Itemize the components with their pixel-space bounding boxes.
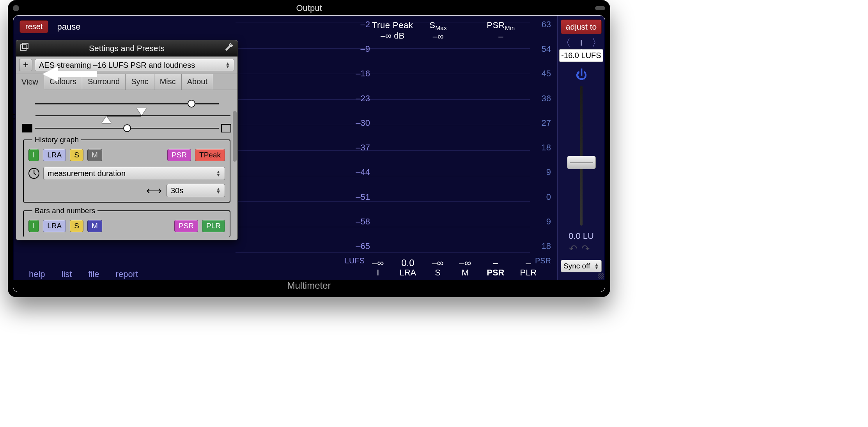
copy-icon[interactable] bbox=[20, 43, 29, 54]
bars-numbers-group: Bars and numbers I LRA S M PSR PLR bbox=[23, 206, 230, 237]
settings-scrollbar[interactable] bbox=[233, 109, 237, 235]
chip2-I[interactable]: I bbox=[28, 220, 39, 232]
psr-scale: 63 54 45 36 27 18 9 0 9 18 bbox=[531, 19, 551, 259]
mode-prev-button[interactable]: 〈 bbox=[561, 36, 571, 49]
settings-title: Settings and Presets bbox=[89, 44, 165, 53]
lufs-scale: –2 –9 –16 –23 –30 –37 –44 –51 –58 –65 bbox=[347, 19, 370, 259]
chip-M[interactable]: M bbox=[87, 149, 102, 161]
gain-slider-thumb[interactable] bbox=[567, 156, 596, 169]
range-thumb-low[interactable] bbox=[102, 116, 111, 123]
tabbar: View Colours Surround Sync Misc About bbox=[16, 74, 237, 90]
adjust-to-button[interactable]: adjust to bbox=[561, 19, 602, 34]
settings-header: Settings and Presets bbox=[16, 40, 237, 56]
clock-icon bbox=[28, 168, 39, 179]
undo-icon[interactable]: ↶ bbox=[569, 243, 581, 254]
plugin-window: Output reset pause True Peak –∞ dB SMax … bbox=[8, 0, 610, 297]
chip-S[interactable]: S bbox=[70, 149, 83, 161]
bar-width-slider[interactable] bbox=[35, 103, 219, 104]
window-title: Output bbox=[9, 3, 609, 13]
tab-misc[interactable]: Misc bbox=[154, 74, 182, 90]
chevron-updown-icon: ▲▼ bbox=[216, 170, 221, 176]
sync-select[interactable]: Sync off ▲▼ bbox=[561, 260, 602, 272]
preset-row: + AES streaming –16 LUFS PSR and loudnes… bbox=[16, 56, 237, 74]
smax-readout: SMax –∞ bbox=[429, 20, 447, 42]
top-stats: True Peak –∞ dB SMax –∞ PSRMin – bbox=[372, 20, 515, 42]
readout-S: –∞S bbox=[432, 258, 443, 278]
footer-links: help list file report bbox=[29, 269, 138, 279]
target-readout[interactable]: -16.0 LUFS bbox=[559, 49, 603, 62]
meter-area: reset pause True Peak –∞ dB SMax –∞ PSRM… bbox=[13, 16, 557, 280]
preset-select[interactable]: AES streaming –16 LUFS PSR and loudness … bbox=[35, 59, 234, 71]
duration-value-select[interactable]: 30s ▲▼ bbox=[167, 184, 225, 197]
horizontal-arrows-icon: ⟷ bbox=[146, 184, 162, 197]
readout-M: –∞M bbox=[459, 258, 471, 278]
pause-button[interactable]: pause bbox=[57, 22, 80, 32]
chevron-updown-icon: ▲▼ bbox=[216, 187, 221, 194]
chip2-M[interactable]: M bbox=[87, 220, 102, 232]
resize-grip-icon[interactable] bbox=[598, 273, 604, 279]
chip-TPeak[interactable]: TPeak bbox=[195, 149, 225, 161]
chip-PSR[interactable]: PSR bbox=[167, 149, 191, 161]
gain-readout: 0.0 LU bbox=[558, 231, 605, 241]
top-left-controls: reset pause bbox=[19, 20, 80, 33]
tab-content-view: ↕ His bbox=[16, 90, 237, 237]
square-empty-icon bbox=[221, 124, 231, 132]
app-name-bar: Multimeter bbox=[13, 280, 605, 292]
vertical-arrows-icon: ↕ bbox=[13, 110, 17, 122]
svg-rect-0 bbox=[21, 45, 26, 50]
range-slider[interactable] bbox=[35, 115, 230, 116]
wrench-icon[interactable] bbox=[225, 43, 234, 53]
add-preset-button[interactable]: + bbox=[19, 59, 32, 71]
lufs-unit-label: LUFS bbox=[345, 256, 365, 265]
tab-sync[interactable]: Sync bbox=[126, 74, 154, 90]
chip-I[interactable]: I bbox=[28, 149, 39, 161]
chip-LRA[interactable]: LRA bbox=[43, 149, 66, 161]
chip2-PSR[interactable]: PSR bbox=[174, 220, 198, 232]
history-graph-group: History graph I LRA S M PSR TPeak bbox=[23, 136, 230, 203]
right-control-strip: adjust to 〈 I 〉 -16.0 LUFS ⏻ 0.0 LU ↶↷ S… bbox=[557, 16, 605, 280]
chevron-updown-icon: ▲▼ bbox=[594, 263, 599, 269]
svg-rect-1 bbox=[23, 43, 28, 49]
psrmin-readout: PSRMin – bbox=[487, 20, 515, 42]
gridlines bbox=[236, 23, 530, 255]
chevron-updown-icon: ▲▼ bbox=[225, 62, 230, 68]
file-link[interactable]: file bbox=[88, 269, 99, 279]
contrast-slider[interactable] bbox=[35, 128, 219, 129]
square-filled-icon bbox=[22, 124, 32, 132]
chip2-LRA[interactable]: LRA bbox=[43, 220, 66, 232]
mode-next-button[interactable]: 〉 bbox=[592, 36, 602, 49]
readout-PLR: –PLR bbox=[520, 258, 537, 278]
readout-LRA: 0.0LRA bbox=[399, 258, 416, 278]
list-link[interactable]: list bbox=[62, 269, 72, 279]
tab-view[interactable]: View bbox=[16, 74, 44, 90]
reset-button[interactable]: reset bbox=[19, 20, 48, 33]
tab-about[interactable]: About bbox=[182, 74, 213, 90]
undo-redo: ↶↷ bbox=[558, 243, 605, 255]
readout-PSR: –PSR bbox=[487, 258, 504, 278]
true-peak-readout: True Peak –∞ dB bbox=[372, 20, 413, 42]
tab-surround[interactable]: Surround bbox=[82, 74, 126, 90]
power-icon[interactable]: ⏻ bbox=[558, 68, 605, 81]
bottom-readouts: –∞I 0.0LRA –∞S –∞M –PSR –PLR bbox=[372, 258, 537, 278]
range-thumb-high[interactable] bbox=[137, 108, 146, 115]
titlebar: Output bbox=[9, 1, 609, 15]
redo-icon[interactable]: ↷ bbox=[581, 243, 594, 254]
help-link[interactable]: help bbox=[29, 269, 45, 279]
chip2-S[interactable]: S bbox=[70, 220, 83, 232]
tab-colours[interactable]: Colours bbox=[44, 74, 82, 90]
readout-I: –∞I bbox=[372, 258, 384, 278]
report-link[interactable]: report bbox=[116, 269, 138, 279]
plugin-body: reset pause True Peak –∞ dB SMax –∞ PSRM… bbox=[13, 15, 605, 292]
settings-panel: Settings and Presets + AES streaming –16… bbox=[16, 40, 238, 240]
window-pill[interactable] bbox=[595, 6, 605, 10]
psr-unit-label: PSR bbox=[535, 256, 551, 265]
chip2-PLR[interactable]: PLR bbox=[202, 220, 225, 232]
duration-mode-select[interactable]: measurement duration ▲▼ bbox=[43, 167, 225, 180]
